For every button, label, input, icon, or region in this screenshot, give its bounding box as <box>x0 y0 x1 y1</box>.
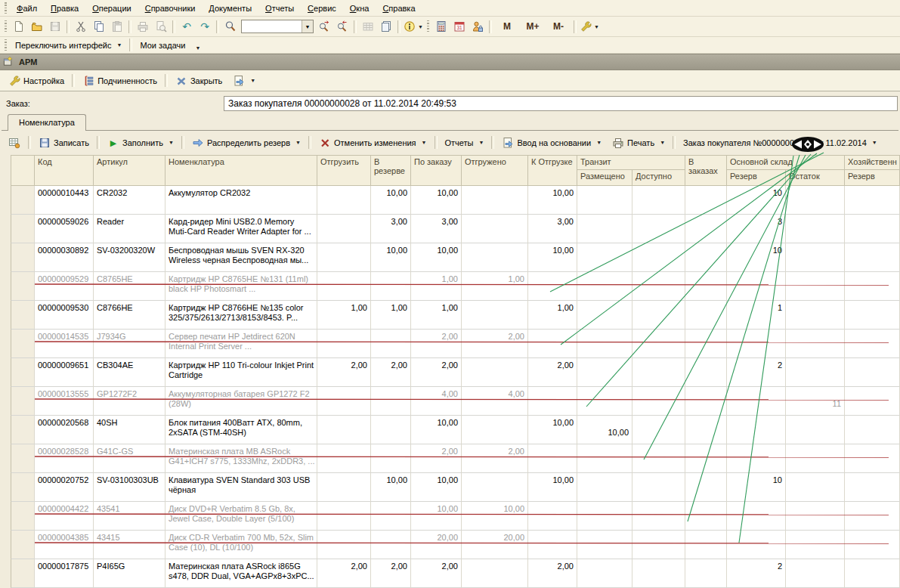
calculator-button[interactable] <box>432 18 450 35</box>
cell-name[interactable]: Блок питания 400Ватт ATX, 80mm,2xSATA (S… <box>165 416 317 444</box>
cell-rezerv[interactable]: 3,00 <box>371 215 411 243</box>
cell-kod[interactable]: 00000004385 <box>35 531 94 559</box>
cell-k_otgruzke[interactable]: 2,00 <box>528 559 577 588</box>
cell-rezerv[interactable]: 10,00 <box>371 186 411 215</box>
cell-rezerv[interactable]: 2,00 <box>371 358 411 387</box>
print-document-button[interactable]: Печать▼ <box>607 135 670 151</box>
cell-kod[interactable]: 00000009530 <box>35 301 94 330</box>
cell-v_zakazakh[interactable] <box>685 444 727 473</box>
enter-on-basis-button[interactable]: Ввод на основании▼ <box>496 135 607 151</box>
cell-otgruzheno[interactable] <box>462 358 528 387</box>
cell-dostupno[interactable] <box>632 473 685 502</box>
cell-razmeshcheno[interactable] <box>577 473 632 502</box>
cell-sel[interactable] <box>11 272 35 301</box>
cell-dostupno[interactable] <box>632 502 685 531</box>
cell-sel[interactable] <box>11 559 35 588</box>
cell-dostupno[interactable] <box>632 531 685 559</box>
settings-button[interactable]: Настройка <box>3 73 70 89</box>
cell-ostatok[interactable] <box>786 502 845 531</box>
cell-k_otgruzke[interactable]: 10,00 <box>528 473 577 502</box>
cell-art[interactable]: CB304AE <box>94 358 165 387</box>
cell-khoz_rezerv[interactable] <box>845 243 900 272</box>
new-document-button[interactable] <box>10 18 28 35</box>
my-tasks-button[interactable]: Мои задачи <box>135 39 190 52</box>
reports-button[interactable]: Отчеты▼ <box>440 136 490 150</box>
cell-rezerv[interactable]: 2,00 <box>371 559 411 588</box>
cell-otgruzit[interactable] <box>317 186 371 215</box>
print-preview-button[interactable] <box>152 18 170 35</box>
cell-v_zakazakh[interactable] <box>685 559 727 588</box>
cell-otgruzit[interactable] <box>317 473 371 502</box>
cell-otgruzit[interactable] <box>317 215 371 243</box>
cell-v_zakazakh[interactable] <box>685 272 727 301</box>
cell-dostupno[interactable] <box>632 215 685 243</box>
cell-sel[interactable] <box>11 473 35 502</box>
cell-razmeshcheno[interactable] <box>577 559 632 588</box>
cell-otgruzheno[interactable] <box>462 416 528 444</box>
cell-otgruzit[interactable] <box>317 330 371 358</box>
cell-khoz_rezerv[interactable] <box>845 559 900 588</box>
menu-reports[interactable]: Отчеты <box>258 2 301 15</box>
cell-ostatok[interactable] <box>786 559 845 588</box>
menu-windows[interactable]: Окна <box>343 2 376 15</box>
cell-khoz_rezerv[interactable] <box>845 473 900 502</box>
cell-osn_rezerv[interactable] <box>727 330 786 358</box>
cell-rezerv[interactable]: 10,00 <box>371 243 411 272</box>
cell-osn_rezerv[interactable] <box>727 444 786 473</box>
service-settings-button[interactable]: ▼ <box>579 18 600 35</box>
cell-otgruzit[interactable] <box>317 243 371 272</box>
cell-razmeshcheno[interactable] <box>577 531 632 559</box>
subordination-button[interactable]: Подчиненность <box>77 73 162 89</box>
cell-dostupno[interactable] <box>632 272 685 301</box>
cell-kod[interactable]: 00000059026 <box>35 215 94 243</box>
cell-name[interactable]: Сервер печати HP Jetdirect 620NInternal … <box>165 330 317 358</box>
cell-rezerv[interactable]: 10,00 <box>371 473 411 502</box>
cell-khoz_rezerv[interactable] <box>845 358 900 387</box>
cell-razmeshcheno[interactable] <box>577 444 632 473</box>
cell-rezerv[interactable] <box>371 502 411 531</box>
cell-otgruzit[interactable] <box>317 272 371 301</box>
cell-name[interactable]: Картридж HP C8765HE №131 (11ml)black HP … <box>165 272 317 301</box>
cell-v_zakazakh[interactable] <box>685 330 727 358</box>
cell-otgruzit[interactable] <box>317 444 371 473</box>
cell-khoz_rezerv[interactable] <box>845 502 900 531</box>
cell-zakaz[interactable]: 3,00 <box>411 215 462 243</box>
memory-subtract-button[interactable]: M- <box>546 18 571 35</box>
cell-otgruzheno[interactable]: 20,00 <box>462 531 528 559</box>
copy-button[interactable] <box>90 18 108 35</box>
cell-ostatok[interactable] <box>786 215 845 243</box>
cell-ostatok[interactable] <box>786 473 845 502</box>
cell-name[interactable]: Беспроводная мышь SVEN RX-320Wireless че… <box>165 243 317 272</box>
cell-dostupno[interactable] <box>632 301 685 330</box>
cell-art[interactable]: GP1272F2 <box>94 387 165 416</box>
menu-edit[interactable]: Правка <box>44 2 85 15</box>
cell-otgruzheno[interactable]: 4,00 <box>462 387 528 416</box>
cell-name[interactable]: Диск DVD+R Verbatim 8.5 Gb, 8x,Jewel Cas… <box>165 502 317 531</box>
cell-otgruzheno[interactable] <box>462 473 528 502</box>
table-button[interactable] <box>359 18 377 35</box>
find-next-button[interactable] <box>315 18 333 35</box>
cell-art[interactable]: SV-03200320W <box>94 243 165 272</box>
cell-zakaz[interactable]: 10,00 <box>411 416 462 444</box>
order-selector-button[interactable]: Заказ покупателя №00000000028 от 11.02.2… <box>678 136 883 150</box>
cell-razmeshcheno[interactable]: 10,00 <box>577 416 632 444</box>
cell-v_zakazakh[interactable] <box>685 416 727 444</box>
cell-otgruzit[interactable]: 2,00 <box>317 358 371 387</box>
cell-sel[interactable] <box>11 416 35 444</box>
cell-sel[interactable] <box>11 358 35 387</box>
cell-otgruzit[interactable] <box>317 387 371 416</box>
cell-osn_rezerv[interactable] <box>727 502 786 531</box>
cell-zakaz[interactable]: 4,00 <box>411 387 462 416</box>
cell-zakaz[interactable]: 2,00 <box>411 330 462 358</box>
cell-otgruzit[interactable]: 2,00 <box>317 559 371 588</box>
cell-k_otgruzke[interactable]: 3,00 <box>528 215 577 243</box>
save-button[interactable] <box>46 18 64 35</box>
cell-osn_rezerv[interactable]: 3 <box>727 215 786 243</box>
cell-kod[interactable]: 00000014535 <box>35 330 94 358</box>
cell-k_otgruzke[interactable]: 2,00 <box>528 358 577 387</box>
toolbar-grip[interactable] <box>5 39 7 51</box>
tab-nomenclature[interactable]: Номенклатура <box>8 114 86 131</box>
cell-osn_rezerv[interactable] <box>727 531 786 559</box>
cell-ostatok[interactable] <box>786 416 845 444</box>
cell-razmeshcheno[interactable] <box>577 301 632 330</box>
